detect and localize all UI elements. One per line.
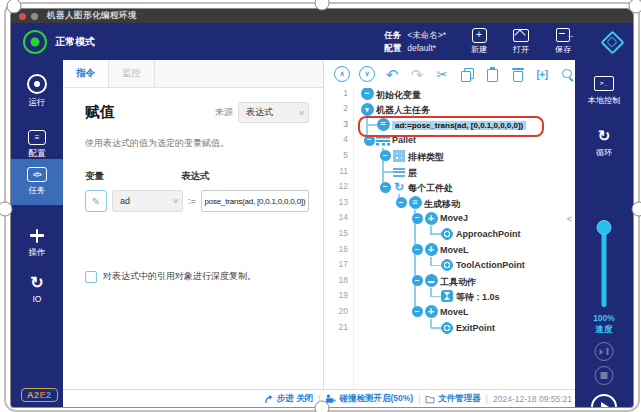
tree-row-15[interactable]: 15ApproachPoint — [324, 226, 575, 242]
tree-row-label: MoveJ — [440, 213, 468, 223]
sidebar-item-operate[interactable]: 操作 — [11, 220, 63, 266]
task-label: 任务 — [384, 30, 401, 40]
sidebar-item-label: 任务 — [29, 185, 46, 197]
close-window-button[interactable] — [19, 13, 26, 20]
line-number: 13 — [324, 197, 348, 207]
file-manager-button[interactable]: 文件管理器 — [425, 393, 481, 405]
annotation-handle — [632, 202, 641, 217]
tree-row-label: 排样类型 — [408, 151, 444, 164]
robot-model-badge: A2E2 — [21, 388, 58, 402]
collapse-node-icon[interactable]: − — [380, 150, 391, 161]
paste-button[interactable] — [484, 66, 500, 83]
assign-symbol: := — [188, 196, 196, 206]
tree-row-16[interactable]: 16−+MoveL — [324, 242, 575, 258]
line-number: 11 — [324, 166, 348, 176]
loop-toggle-button[interactable]: ↻ 循环 — [575, 128, 633, 158]
variable-select[interactable]: ad ∨ — [112, 190, 183, 212]
tree-row-label: ApproachPoint — [456, 229, 521, 239]
tree-row-label: ExitPoint — [456, 323, 495, 333]
action-label: 打开 — [513, 44, 529, 55]
tree-row-12[interactable]: 12−↻每个工件处 — [324, 180, 575, 196]
line-number: 2 — [324, 103, 348, 113]
variable-selected-value: ad — [120, 196, 130, 206]
source-select[interactable]: 表达式 ∨ — [238, 102, 309, 123]
copy-button[interactable] — [459, 66, 475, 83]
tree-row-label: 层 — [408, 167, 417, 180]
stop-button[interactable] — [595, 366, 614, 385]
play-button[interactable] — [591, 394, 617, 408]
task-value: <未命名>* — [407, 30, 446, 40]
brand-logo-icon — [600, 30, 623, 53]
collapse-all-button[interactable]: ∧ — [334, 66, 350, 83]
tree-row-18[interactable]: 18−▬工具动作 — [324, 273, 575, 289]
tree-row-20[interactable]: 20−+MoveL — [324, 304, 575, 320]
group-add-button[interactable]: [+] — [534, 66, 550, 83]
new-file-button[interactable]: +新建 — [462, 28, 496, 55]
line-number: 5 — [324, 150, 348, 160]
tree-row-label: 每个工件处 — [408, 182, 453, 195]
tab-指令[interactable]: 指令 — [63, 60, 109, 87]
line-number: 4 — [324, 134, 348, 144]
sidebar-item-task[interactable]: </>任务 — [11, 159, 63, 205]
line-number: 17 — [324, 259, 348, 269]
menu-icon: ≡ — [409, 196, 422, 209]
collapse-node-icon[interactable]: − — [412, 306, 423, 317]
local-control-button[interactable]: >_ 本地控制 — [575, 76, 633, 106]
chevron-down-icon: ∨ — [298, 109, 305, 117]
program-tree: < 1−初始化变量2▾机器人主任务3=ad:=pose_trans(ad, [0… — [324, 88, 575, 389]
redo-button[interactable]: ↷ — [409, 66, 425, 83]
expand-all-button[interactable]: ∨ — [359, 66, 375, 83]
cut-button[interactable]: ✂ — [434, 66, 450, 83]
sidebar-item-io[interactable]: ↻IO — [11, 266, 63, 312]
speed-slider-track[interactable] — [602, 223, 607, 307]
line-number: 3 — [324, 119, 348, 129]
minimize-window-button[interactable] — [31, 13, 38, 20]
speed-slider-handle[interactable] — [597, 220, 612, 235]
save-file-button[interactable]: 保存 — [546, 28, 580, 55]
form-tabs: 指令监控 — [63, 60, 323, 88]
open-file-button[interactable]: 打开 — [504, 28, 538, 55]
delete-button[interactable] — [509, 66, 525, 83]
header-actions: +新建打开保存 — [462, 28, 580, 55]
collapse-node-icon[interactable]: − — [396, 197, 407, 208]
tree-row-5[interactable]: 5−排样类型 — [324, 148, 575, 164]
collapse-node-icon[interactable]: − — [380, 182, 391, 193]
search-button[interactable] — [559, 66, 575, 83]
new-file-icon: + — [471, 28, 487, 42]
tree-row-19[interactable]: 19等待 : 1.0s — [324, 289, 575, 305]
collapse-node-icon[interactable]: − — [412, 244, 423, 255]
tree-row-1[interactable]: 1−初始化变量 — [324, 88, 575, 102]
tree-row-21[interactable]: 21ExitPoint — [324, 320, 575, 336]
tree-row-2[interactable]: 2▾机器人主任务 — [324, 102, 575, 118]
step-run-button[interactable] — [595, 342, 614, 361]
tree-row-label: MoveL — [440, 245, 469, 255]
layers-icon — [393, 167, 405, 177]
collapse-node-icon[interactable]: − — [412, 213, 423, 224]
tree-row-17[interactable]: 17ToolActionPoint — [324, 258, 575, 274]
edit-variable-button[interactable]: ✎ — [85, 190, 107, 212]
line-number: 21 — [324, 322, 348, 332]
config-label: 配置 — [384, 43, 401, 53]
tree-toolbar: ∧∨↶↷✂[+] — [324, 60, 575, 88]
play-icon — [601, 402, 614, 408]
step-mode-status[interactable]: 步进 关闭 — [264, 393, 313, 405]
sidebar-item-label: 操作 — [29, 247, 46, 259]
collision-detection-status[interactable]: 碰撞检测开启(50%) — [325, 393, 413, 405]
right-sidebar: >_ 本地控制 ↻ 循环 100% 速度 — [575, 60, 633, 407]
deep-copy-checkbox[interactable] — [85, 271, 97, 283]
line-number: 16 — [324, 244, 348, 254]
tree-row-14[interactable]: 14−+MoveJ — [324, 211, 575, 227]
sidebar-item-run[interactable]: 运行 — [11, 68, 63, 114]
tree-row-13[interactable]: 13−≡生成移动 — [324, 195, 575, 211]
expression-input[interactable]: pose_trans(ad, [0,0.1,0,0,0,0]) — [201, 190, 309, 212]
collapse-node-icon[interactable]: − — [412, 275, 423, 286]
form-description: 使用表达式的值为选定的变量赋值。 — [85, 137, 309, 150]
mode-label: 正常模式 — [55, 35, 95, 49]
config-value: default* — [407, 43, 436, 53]
point-icon — [441, 228, 453, 240]
move-icon: + — [425, 305, 438, 318]
tree-row-11[interactable]: 11层 — [324, 164, 575, 180]
undo-button[interactable]: ↶ — [384, 66, 400, 83]
tree-row-label: 等待 : 1.0s — [456, 291, 500, 304]
tab-监控[interactable]: 监控 — [109, 60, 155, 87]
